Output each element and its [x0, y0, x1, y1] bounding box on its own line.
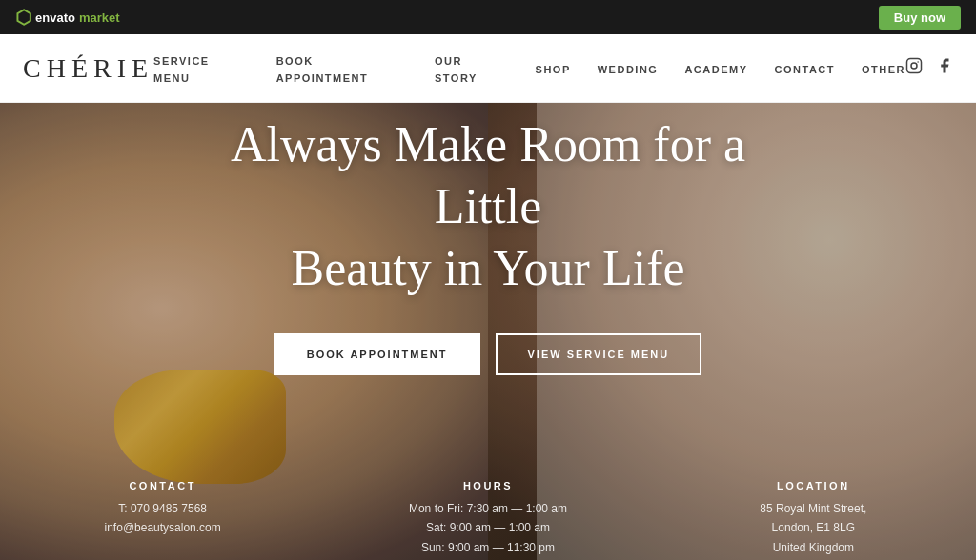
- footer-contact-title: CONTACT: [29, 480, 296, 491]
- nav-social: [905, 57, 953, 79]
- view-service-menu-button[interactable]: VIEW SERVICE MENU: [496, 333, 702, 375]
- nav-item-academy[interactable]: ACADEMY: [684, 60, 747, 77]
- hero-heading: Always Make Room for a Little Beauty in …: [193, 113, 783, 299]
- envato-logo: ⬡ envatomarket: [15, 6, 120, 29]
- nav-links: SERVICE MENU BOOK APPOINTMENT OUR STORY …: [153, 51, 905, 86]
- nav-item-contact[interactable]: CONTACT: [775, 60, 835, 77]
- envato-text-market: market: [79, 10, 120, 25]
- hero-buttons: BOOK APPOINTMENT VIEW SERVICE MENU: [274, 333, 702, 375]
- hero-content: Always Make Room for a Little Beauty in …: [0, 103, 976, 387]
- envato-icon: ⬡: [15, 6, 31, 29]
- nav-item-our-story[interactable]: OUR STORY: [435, 51, 509, 86]
- footer-contact-text: T: 070 9485 7568 info@beautysalon.com: [29, 499, 296, 538]
- nav-item-shop[interactable]: SHOP: [536, 60, 571, 77]
- nav-item-service-menu[interactable]: SERVICE MENU: [153, 51, 250, 86]
- navigation-bar: CHÉRIE SERVICE MENU BOOK APPOINTMENT OUR…: [0, 34, 976, 103]
- hero-section: Always Make Room for a Little Beauty in …: [0, 103, 976, 560]
- buy-now-button[interactable]: Buy now: [879, 6, 961, 30]
- svg-rect-0: [907, 59, 922, 73]
- brand-logo: CHÉRIE: [23, 53, 153, 84]
- footer-location-text: 85 Royal Mint Street, London, E1 8LG Uni…: [680, 499, 947, 557]
- footer-hours: HOURS Mon to Fri: 7:30 am — 1:00 am Sat:…: [325, 480, 650, 557]
- envato-bar: ⬡ envatomarket Buy now: [0, 0, 976, 34]
- book-appointment-button[interactable]: BOOK APPOINTMENT: [274, 333, 480, 375]
- nav-item-book-appointment[interactable]: BOOK APPOINTMENT: [276, 51, 408, 86]
- facebook-icon[interactable]: [936, 57, 953, 79]
- instagram-icon[interactable]: [905, 57, 923, 79]
- hero-footer: CONTACT T: 070 9485 7568 info@beautysalo…: [0, 465, 976, 560]
- svg-point-1: [911, 63, 917, 69]
- nav-item-wedding[interactable]: WEDDING: [598, 60, 659, 77]
- footer-location: LOCATION 85 Royal Mint Street, London, E…: [651, 480, 976, 557]
- footer-contact: CONTACT T: 070 9485 7568 info@beautysalo…: [0, 480, 325, 538]
- envato-text-envato: envato: [35, 10, 75, 25]
- nav-item-other[interactable]: OTHER: [862, 60, 905, 77]
- svg-point-2: [917, 61, 919, 63]
- footer-location-title: LOCATION: [680, 480, 947, 491]
- footer-hours-text: Mon to Fri: 7:30 am — 1:00 am Sat: 9:00 …: [354, 499, 621, 557]
- footer-hours-title: HOURS: [354, 480, 621, 491]
